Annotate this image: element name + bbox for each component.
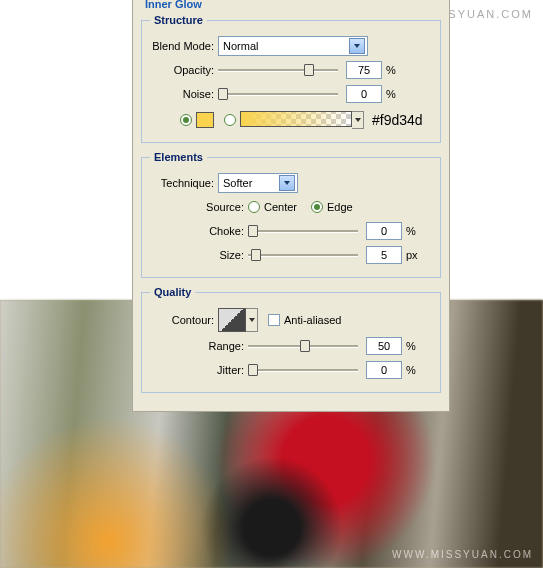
source-center-radio[interactable]	[248, 201, 260, 213]
size-slider[interactable]	[248, 248, 358, 262]
range-unit: %	[406, 340, 416, 352]
opacity-unit: %	[386, 64, 396, 76]
opacity-slider[interactable]	[218, 63, 338, 77]
range-label: Range:	[150, 340, 248, 352]
choke-label: Choke:	[150, 225, 248, 237]
blend-mode-label: Blend Mode:	[150, 40, 218, 52]
inner-glow-panel: Inner Glow Structure Blend Mode: Normal …	[132, 0, 450, 412]
slider-thumb[interactable]	[304, 64, 314, 76]
slider-thumb[interactable]	[248, 225, 258, 237]
slider-thumb[interactable]	[248, 364, 258, 376]
source-center-label: Center	[264, 201, 297, 213]
opacity-input[interactable]: 75	[346, 61, 382, 79]
jitter-label: Jitter:	[150, 364, 248, 376]
jitter-slider[interactable]	[248, 363, 358, 377]
technique-value: Softer	[223, 177, 252, 189]
range-slider[interactable]	[248, 339, 358, 353]
chevron-down-icon	[349, 38, 365, 54]
slider-thumb[interactable]	[300, 340, 310, 352]
source-label: Source:	[150, 201, 248, 213]
size-input[interactable]: 5	[366, 246, 402, 264]
slider-thumb[interactable]	[251, 249, 261, 261]
panel-title: Inner Glow	[145, 0, 202, 10]
noise-label: Noise:	[150, 88, 218, 100]
noise-slider[interactable]	[218, 87, 338, 101]
technique-label: Technique:	[150, 177, 218, 189]
jitter-unit: %	[406, 364, 416, 376]
anti-aliased-label: Anti-aliased	[284, 314, 341, 326]
quality-legend: Quality	[150, 286, 195, 298]
jitter-input[interactable]: 0	[366, 361, 402, 379]
color-swatch[interactable]	[196, 112, 214, 128]
gradient-radio[interactable]	[224, 114, 236, 126]
blend-mode-select[interactable]: Normal	[218, 36, 368, 56]
choke-slider[interactable]	[248, 224, 358, 238]
size-label: Size:	[150, 249, 248, 261]
blend-mode-value: Normal	[223, 40, 258, 52]
technique-select[interactable]: Softer	[218, 173, 298, 193]
elements-legend: Elements	[150, 151, 207, 163]
noise-input[interactable]: 0	[346, 85, 382, 103]
contour-picker[interactable]	[218, 308, 246, 332]
slider-thumb[interactable]	[218, 88, 228, 100]
opacity-label: Opacity:	[150, 64, 218, 76]
choke-input[interactable]: 0	[366, 222, 402, 240]
contour-label: Contour:	[150, 314, 218, 326]
contour-dropdown[interactable]	[246, 308, 258, 332]
anti-aliased-checkbox[interactable]	[268, 314, 280, 326]
range-input[interactable]: 50	[366, 337, 402, 355]
chevron-down-icon	[279, 175, 295, 191]
structure-group: Structure Blend Mode: Normal Opacity: 75…	[141, 14, 441, 143]
source-edge-label: Edge	[327, 201, 353, 213]
color-hex: #f9d34d	[372, 112, 423, 128]
gradient-dropdown[interactable]	[352, 111, 364, 129]
quality-group: Quality Contour: Anti-aliased Range: 50 …	[141, 286, 441, 393]
structure-legend: Structure	[150, 14, 207, 26]
size-unit: px	[406, 249, 418, 261]
watermark-bottom: WWW.MISSYUAN.COM	[392, 549, 533, 560]
gradient-picker[interactable]	[240, 111, 352, 127]
noise-unit: %	[386, 88, 396, 100]
color-radio[interactable]	[180, 114, 192, 126]
elements-group: Elements Technique: Softer Source: Cente…	[141, 151, 441, 278]
source-edge-radio[interactable]	[311, 201, 323, 213]
choke-unit: %	[406, 225, 416, 237]
